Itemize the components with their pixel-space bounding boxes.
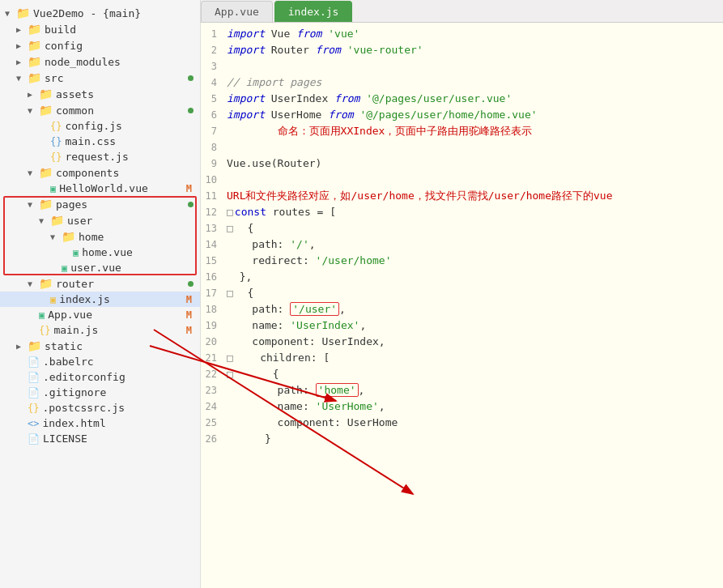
- pages-label: pages: [56, 198, 87, 211]
- babelrc-label: .babelrc: [43, 356, 94, 368]
- line-content-2: import Router from 'vue-router': [227, 42, 723, 58]
- code-line-17: 17 □ {: [201, 285, 723, 301]
- build-arrow: ▶: [16, 25, 28, 34]
- build-label: build: [45, 23, 76, 36]
- sidebar-item-config-js[interactable]: ▶ {} config.js: [0, 118, 200, 134]
- sidebar-item-index-html[interactable]: ▶ <> index.html: [0, 415, 200, 431]
- sidebar-item-babelrc[interactable]: ▶ 📄 .babelrc: [0, 354, 200, 369]
- static-label: static: [45, 340, 83, 352]
- line-content-12: □const routes = [: [227, 204, 723, 220]
- sidebar-item-user-vue[interactable]: ▶ ▣ user.vue: [0, 260, 200, 275]
- code-line-14: 14 path: '/',: [201, 236, 723, 253]
- code-line-4: 4 // import pages: [201, 75, 723, 91]
- sidebar-item-home-folder[interactable]: ▼ 📁 home: [0, 228, 200, 245]
- line-content-20: component: UserIndex,: [227, 334, 723, 350]
- code-line-9: 9 Vue.use(Router): [201, 156, 723, 172]
- tab-index-js[interactable]: index.js: [274, 1, 353, 22]
- root-arrow: ▼: [5, 9, 16, 18]
- sidebar-item-assets[interactable]: ▶ 📁 assets: [0, 86, 200, 102]
- components-folder-icon: 📁: [39, 166, 53, 179]
- common-arrow: ▼: [28, 106, 39, 115]
- sidebar-item-home-vue[interactable]: ▶ ▣ home.vue: [0, 245, 200, 260]
- editorconfig-icon: 📄: [28, 372, 40, 383]
- code-line-26: 26 }: [201, 431, 723, 447]
- common-label: common: [56, 104, 94, 117]
- code-editor: App.vue index.js 1 import Vue from 'vue'…: [201, 0, 723, 588]
- index-js-badge: M: [183, 294, 195, 305]
- home-vue-icon: ▣: [73, 247, 79, 258]
- main-css-label: main.css: [65, 135, 116, 147]
- line-num-7: 7: [201, 123, 227, 139]
- line-num-16: 16: [201, 269, 227, 285]
- gitignore-icon: 📄: [28, 387, 40, 398]
- app-vue-icon: ▣: [39, 309, 45, 321]
- sidebar-item-common[interactable]: ▼ 📁 common: [0, 102, 200, 118]
- src-dot: [188, 75, 194, 81]
- node-modules-label: node_modules: [45, 56, 121, 68]
- index-html-icon: <>: [28, 418, 39, 429]
- sidebar-item-postcssrc[interactable]: ▶ {} .postcssrc.js: [0, 400, 200, 415]
- app-vue-badge: M: [183, 309, 195, 321]
- code-line-20: 20 component: UserIndex,: [201, 334, 723, 350]
- code-line-2: 2 import Router from 'vue-router': [201, 42, 723, 58]
- line-num-6: 6: [201, 107, 227, 123]
- line-content-1: import Vue from 'vue': [227, 26, 723, 42]
- main-css-icon: {}: [50, 136, 62, 147]
- sidebar-item-helloworld[interactable]: ▶ ▣ HelloWorld.vue M: [0, 181, 200, 196]
- code-line-16: 16 },: [201, 269, 723, 285]
- sidebar-item-build[interactable]: ▶ 📁 build: [0, 21, 200, 37]
- router-dot: [188, 281, 194, 287]
- sidebar-item-license[interactable]: ▶ 📄 LICENSE: [0, 431, 200, 446]
- line-num-17: 17: [201, 285, 227, 301]
- sidebar-item-node-modules[interactable]: ▶ 📁 node_modules: [0, 53, 200, 70]
- line-content-24: name: 'UserHome',: [227, 398, 723, 415]
- line-content-15: redirect: '/user/home': [227, 253, 723, 269]
- config-js-icon: {}: [50, 121, 62, 132]
- helloworld-icon: ▣: [50, 183, 56, 194]
- sidebar-item-gitignore[interactable]: ▶ 📄 .gitignore: [0, 385, 200, 400]
- src-arrow: ▼: [16, 74, 28, 83]
- line-content-21: □ children: [: [227, 350, 723, 366]
- src-folder-icon: 📁: [28, 71, 41, 84]
- root-folder[interactable]: ▼ 📁 Vue2Demo - {main}: [0, 5, 200, 21]
- tab-app-vue-label: App.vue: [215, 6, 259, 18]
- sidebar-item-static[interactable]: ▶ 📁 static: [0, 338, 200, 354]
- sidebar-item-main-js[interactable]: ▶ {} main.js M: [0, 322, 200, 338]
- root-label: Vue2Demo - {main}: [33, 7, 141, 19]
- index-js-icon: ▣: [50, 294, 56, 305]
- gitignore-label: .gitignore: [43, 386, 106, 398]
- sidebar-item-src[interactable]: ▼ 📁 src: [0, 70, 200, 86]
- sidebar-item-components[interactable]: ▼ 📁 components: [0, 164, 200, 181]
- line-num-2: 2: [201, 42, 227, 58]
- line-num-13: 13: [201, 220, 227, 236]
- pages-folder-icon: 📁: [39, 198, 53, 211]
- line-num-25: 25: [201, 415, 227, 431]
- common-folder-icon: 📁: [39, 104, 53, 117]
- sidebar-item-router[interactable]: ▼ 📁 router: [0, 275, 200, 292]
- sidebar-item-index-js[interactable]: ▶ ▣ index.js M: [0, 292, 200, 307]
- sidebar-item-request-js[interactable]: ▶ {} request.js: [0, 149, 200, 164]
- code-line-11: 11 URL和文件夹路径对应，如/user/home，找文件只需找/user/h…: [201, 188, 723, 204]
- sidebar-item-app-vue[interactable]: ▶ ▣ App.vue M: [0, 307, 200, 322]
- file-tree[interactable]: ▼ 📁 Vue2Demo - {main} ▶ 📁 build ▶ 📁 conf…: [0, 0, 201, 588]
- sidebar-item-config[interactable]: ▶ 📁 config: [0, 37, 200, 53]
- main-js-label: main.js: [53, 324, 98, 336]
- line-num-20: 20: [201, 334, 227, 350]
- config-js-label: config.js: [65, 120, 121, 132]
- line-content-26: }: [227, 431, 723, 447]
- home-vue-label: home.vue: [82, 246, 133, 258]
- line-content-22: □ {: [227, 366, 723, 382]
- line-content-5: import UserIndex from '@/pages/user/user…: [227, 91, 723, 107]
- sidebar-item-user[interactable]: ▼ 📁 user: [0, 212, 200, 228]
- line-num-11: 11: [201, 188, 227, 204]
- static-arrow: ▶: [16, 342, 28, 351]
- line-num-10: 10: [201, 172, 227, 188]
- node-modules-folder-icon: 📁: [28, 55, 41, 68]
- sidebar-item-editorconfig[interactable]: ▶ 📄 .editorconfig: [0, 369, 200, 385]
- line-content-25: component: UserHome: [227, 415, 723, 431]
- config-folder-icon: 📁: [28, 39, 41, 52]
- sidebar-item-main-css[interactable]: ▶ {} main.css: [0, 134, 200, 149]
- sidebar-item-pages[interactable]: ▼ 📁 pages: [0, 196, 200, 212]
- router-arrow: ▼: [28, 279, 39, 288]
- tab-app-vue[interactable]: App.vue: [201, 1, 273, 22]
